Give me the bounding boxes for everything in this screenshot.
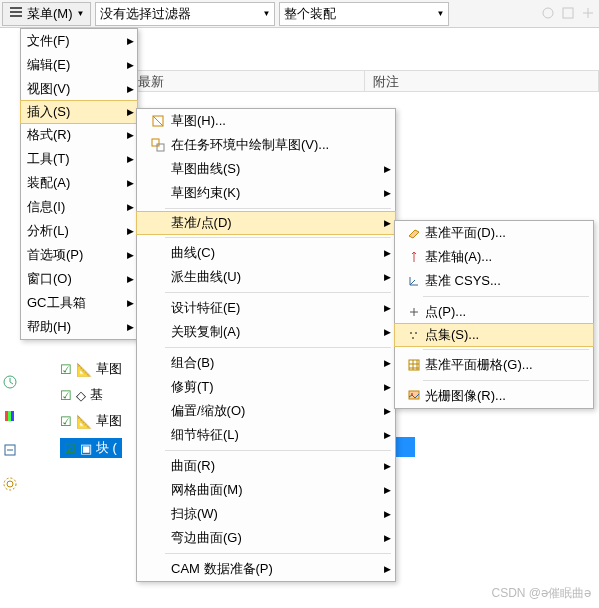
menu-item[interactable]: 基准平面(D)... xyxy=(395,221,593,245)
menu-item[interactable]: 关联复制(A)▶ xyxy=(137,320,395,344)
filter-combo[interactable]: 没有选择过滤器 ▼ xyxy=(95,2,275,26)
menu-item[interactable]: 插入(S)▶ xyxy=(20,100,138,124)
col-notes[interactable]: 附注 xyxy=(365,71,600,91)
menu-item[interactable]: 编辑(E)▶ xyxy=(21,53,137,77)
menu-item[interactable]: 视图(V)▶ xyxy=(21,77,137,101)
chevron-right-icon: ▶ xyxy=(384,485,391,495)
svg-rect-6 xyxy=(5,411,8,421)
menu-item-label: 网格曲面(M) xyxy=(171,481,243,499)
menu-item-label: 扫掠(W) xyxy=(171,505,218,523)
menu-item[interactable]: 在任务环境中绘制草图(V)... xyxy=(137,133,395,157)
gear-icon[interactable] xyxy=(3,477,19,493)
sketch-icon xyxy=(145,114,171,128)
menu-item-label: 基准平面(D)... xyxy=(425,224,506,242)
menu-separator xyxy=(165,292,391,293)
menu-item[interactable]: 弯边曲面(G)▶ xyxy=(137,526,395,550)
sketch-icon: 📐 xyxy=(76,414,92,429)
svg-rect-7 xyxy=(8,411,11,421)
check-icon: ☑ xyxy=(64,441,76,456)
menu-item[interactable]: 派生曲线(U)▶ xyxy=(137,265,395,289)
axis-icon xyxy=(403,250,425,264)
menu-item[interactable]: 草图(H)... xyxy=(137,109,395,133)
menu-item[interactable]: 曲线(C)▶ xyxy=(137,241,395,265)
menu-item[interactable]: 草图约束(K)▶ xyxy=(137,181,395,205)
chevron-down-icon: ▼ xyxy=(77,9,85,18)
menu-item[interactable]: 分析(L)▶ xyxy=(21,219,137,243)
menu-item[interactable]: 窗口(O)▶ xyxy=(21,267,137,291)
menu-item[interactable]: GC工具箱▶ xyxy=(21,291,137,315)
assembly-combo[interactable]: 整个装配 ▼ xyxy=(279,2,449,26)
menu-separator xyxy=(165,450,391,451)
menu-item-label: 组合(B) xyxy=(171,354,214,372)
chevron-right-icon: ▶ xyxy=(127,250,134,260)
menu-item[interactable]: 基准轴(A)... xyxy=(395,245,593,269)
left-tool-strip xyxy=(3,375,19,493)
palette-icon[interactable] xyxy=(3,409,19,425)
clock-icon[interactable] xyxy=(3,375,19,391)
menu-item[interactable]: 格式(R)▶ xyxy=(21,123,137,147)
chevron-right-icon: ▶ xyxy=(127,274,134,284)
chevron-right-icon: ▶ xyxy=(384,533,391,543)
menu-item[interactable]: 点集(S)... xyxy=(394,323,594,347)
menu-item-label: 细节特征(L) xyxy=(171,426,239,444)
menu-item[interactable]: 基准平面栅格(G)... xyxy=(395,353,593,377)
menu-item[interactable]: 曲面(R)▶ xyxy=(137,454,395,478)
tree-item-selected[interactable]: ☑▣块 ( xyxy=(60,438,122,458)
menu-item[interactable]: 信息(I)▶ xyxy=(21,195,137,219)
menu-separator xyxy=(423,296,589,297)
sketch-task-icon xyxy=(145,138,171,152)
menu-label: 菜单(M) xyxy=(27,5,73,23)
menu-item[interactable]: 光栅图像(R)... xyxy=(395,384,593,408)
menu-item[interactable]: 基准 CSYS... xyxy=(395,269,593,293)
datum-point-submenu: 基准平面(D)...基准轴(A)...基准 CSYS...点(P)...点集(S… xyxy=(394,220,594,409)
chevron-right-icon: ▶ xyxy=(384,303,391,313)
menu-item[interactable]: 帮助(H)▶ xyxy=(21,315,137,339)
tree-item[interactable]: ☑📐草图 xyxy=(60,360,122,378)
menu-item[interactable]: 细节特征(L)▶ xyxy=(137,423,395,447)
menu-item-label: 装配(A) xyxy=(27,174,70,192)
top-toolbar: 菜单(M) ▼ 没有选择过滤器 ▼ 整个装配 ▼ xyxy=(0,0,599,28)
menu-item-label: 帮助(H) xyxy=(27,318,71,336)
menu-item[interactable]: 修剪(T)▶ xyxy=(137,375,395,399)
menu-item-label: 草图(H)... xyxy=(171,112,226,130)
svg-rect-14 xyxy=(157,144,164,151)
svg-point-3 xyxy=(543,8,553,18)
menu-item[interactable]: 组合(B)▶ xyxy=(137,351,395,375)
menu-item[interactable]: 点(P)... xyxy=(395,300,593,324)
menu-item[interactable]: 装配(A)▶ xyxy=(21,171,137,195)
chevron-right-icon: ▶ xyxy=(127,84,134,94)
selection-marker xyxy=(395,437,415,457)
menu-separator xyxy=(423,349,589,350)
tool-icon-2[interactable] xyxy=(561,6,577,22)
menu-item[interactable]: 扫掠(W)▶ xyxy=(137,502,395,526)
menu-item[interactable]: CAM 数据准备(P)▶ xyxy=(137,557,395,581)
menu-item[interactable]: 草图曲线(S)▶ xyxy=(137,157,395,181)
svg-rect-2 xyxy=(10,15,22,17)
main-menu-popup: 文件(F)▶编辑(E)▶视图(V)▶插入(S)▶格式(R)▶工具(T)▶装配(A… xyxy=(20,28,138,340)
menu-item-label: 关联复制(A) xyxy=(171,323,240,341)
tree-item[interactable]: ☑◇基 xyxy=(60,386,122,404)
menu-item[interactable]: 网格曲面(M)▶ xyxy=(137,478,395,502)
menu-item[interactable]: 首选项(P)▶ xyxy=(21,243,137,267)
menu-item[interactable]: 工具(T)▶ xyxy=(21,147,137,171)
menu-item[interactable]: 设计特征(E)▶ xyxy=(137,296,395,320)
svg-rect-4 xyxy=(563,8,573,18)
chevron-right-icon: ▶ xyxy=(384,218,391,228)
tree-item[interactable]: ☑📐草图 xyxy=(60,412,122,430)
menu-item[interactable]: 偏置/缩放(O)▶ xyxy=(137,399,395,423)
menu-item-label: CAM 数据准备(P) xyxy=(171,560,273,578)
menu-separator xyxy=(423,380,589,381)
main-menu-button[interactable]: 菜单(M) ▼ xyxy=(2,2,91,26)
tree-label: 草图 xyxy=(96,412,122,430)
tool-icon-3[interactable] xyxy=(581,6,597,22)
chevron-right-icon: ▶ xyxy=(384,272,391,282)
nav-icon[interactable] xyxy=(3,443,19,459)
grid-icon xyxy=(403,358,425,372)
menu-item[interactable]: 文件(F)▶ xyxy=(21,29,137,53)
menu-item-label: 基准平面栅格(G)... xyxy=(425,356,533,374)
chevron-down-icon: ▼ xyxy=(263,9,271,18)
menu-item-label: 窗口(O) xyxy=(27,270,72,288)
col-latest[interactable]: 最新 xyxy=(130,71,365,91)
menu-item[interactable]: 基准/点(D)▶ xyxy=(136,211,396,235)
tool-icon-1[interactable] xyxy=(541,6,557,22)
